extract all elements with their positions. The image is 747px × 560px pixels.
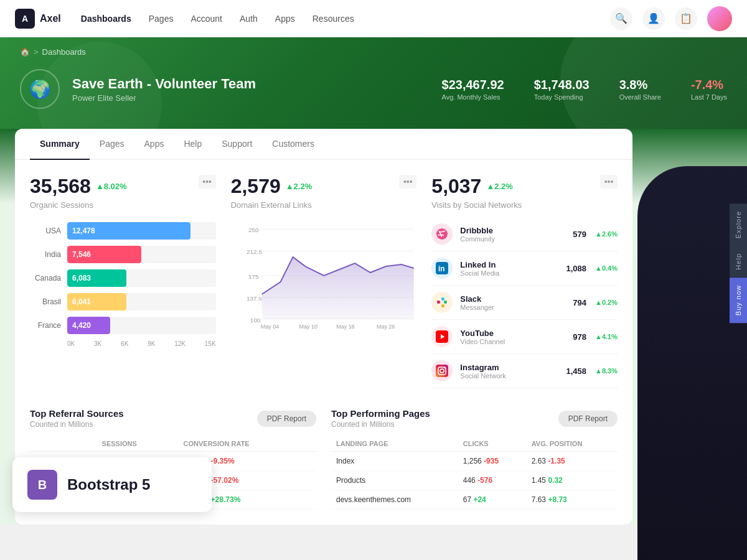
table-row: Index 1,256 -935 2.63 -1.35 [331, 452, 618, 471]
stat-monthly-sales: $23,467.92 Avg. Monthly Sales [442, 78, 504, 101]
hero-section: 🏠 > Dashboards 🌍 Save Earth - Volunteer … [0, 37, 747, 129]
svg-rect-23 [436, 365, 448, 377]
social-row-dribbble: Dribbble Community 579 ▲2.6% [431, 217, 618, 251]
hero-content: 🌍 Save Earth - Volunteer Team Power Elit… [20, 69, 727, 109]
hero-title: Save Earth - Volunteer Team [72, 76, 256, 92]
bar-row-france: France 4,420 [30, 317, 216, 334]
metric-label-1: Organic Sessions [30, 200, 216, 210]
explore-button[interactable]: Explore [730, 203, 747, 246]
stat-overall-share: 3.8% Overall Share [619, 78, 661, 101]
svg-text:May 10: May 10 [299, 324, 317, 330]
tab-customers[interactable]: Customers [262, 129, 324, 160]
pages-subtitle: Counted in Millions [331, 420, 430, 429]
svg-rect-19 [444, 301, 447, 304]
tab-pages[interactable]: Pages [90, 129, 134, 160]
nav-apps[interactable]: Apps [275, 14, 295, 24]
social-row-linkedin: in Linked In Social Media 1,088 ▲0.4% [431, 251, 618, 286]
brand-icon: A [15, 9, 35, 29]
social-list: Dribbble Community 579 ▲2.6% in [431, 217, 618, 388]
breadcrumb-page: Dashboards [42, 47, 86, 57]
nav-auth[interactable]: Auth [240, 14, 258, 24]
table-row: Products 446 -576 1.45 0.32 [331, 471, 618, 490]
line-chart: 250 212.5 175 137.5 100 [231, 220, 417, 332]
bar-chart: USA 12,478 India 7,546 Canad [30, 222, 216, 347]
breadcrumb-separator: > [34, 47, 39, 57]
svg-text:May 18: May 18 [336, 324, 354, 330]
svg-rect-20 [441, 304, 444, 307]
tab-support[interactable]: Support [212, 129, 262, 160]
nav-pages[interactable]: Pages [149, 14, 174, 24]
pages-pdf-button[interactable]: PDF Report [558, 411, 618, 427]
help-button[interactable]: Help [730, 246, 747, 278]
svg-text:in: in [438, 264, 445, 273]
pages-table: LANDING PAGE CLICKS AVG. POSITION Index … [331, 436, 618, 510]
svg-text:137.5: 137.5 [247, 295, 262, 302]
dribbble-icon [431, 223, 453, 245]
pages-section: Top Performing Pages Counted in Millions… [331, 408, 618, 510]
nav-right: 🔍 👤 📋 [610, 6, 732, 31]
metric-change-3: ▲2.2% [486, 182, 513, 191]
bar-row-usa: USA 12,478 [30, 222, 216, 240]
hero-subtitle: Power Elite Seller [72, 93, 256, 103]
instagram-icon [431, 360, 453, 381]
referral-subtitle: Counted in Millions [30, 420, 124, 429]
brand-logo[interactable]: A Axel [15, 9, 61, 29]
svg-text:May 26: May 26 [377, 324, 395, 330]
nav-resources[interactable]: Resources [312, 14, 354, 24]
slack-icon [431, 292, 453, 313]
svg-text:250: 250 [248, 226, 259, 233]
bootstrap-label: Bootstrap 5 [67, 476, 150, 493]
metric-value-1: 35,568 ▲8.02% [30, 175, 216, 198]
side-buttons: Explore Help Buy now [730, 203, 747, 323]
brand-name: Axel [40, 13, 61, 24]
settings-button[interactable]: 📋 [675, 7, 697, 30]
line-chart-svg: 250 212.5 175 137.5 100 [231, 220, 417, 332]
metric-more-2[interactable]: ••• [399, 175, 416, 189]
metric-value-2: 2,579 ▲2.2% [231, 175, 417, 198]
social-row-instagram: Instagram Social Network 1,458 ▲8.3% [431, 354, 618, 388]
user-avatar[interactable] [707, 6, 732, 31]
svg-text:212.5: 212.5 [247, 248, 262, 255]
home-icon[interactable]: 🏠 [20, 47, 30, 57]
bar-axis: 0K 3K 6K 9K 12K 15K [30, 340, 216, 347]
tab-summary[interactable]: Summary [30, 129, 90, 160]
svg-rect-18 [441, 297, 444, 301]
search-button[interactable]: 🔍 [610, 7, 632, 30]
bar-row-india: India 7,546 [30, 246, 216, 263]
social-row-youtube: YouTube Video Channel 978 ▲4.1% [431, 320, 618, 354]
metrics-row: ••• 35,568 ▲8.02% Organic Sessions USA 1… [30, 175, 618, 388]
buy-now-button[interactable]: Buy now [730, 278, 747, 323]
notifications-button[interactable]: 👤 [642, 7, 665, 30]
tab-apps[interactable]: Apps [134, 129, 174, 160]
svg-rect-17 [437, 301, 440, 304]
social-row-slack: Slack Messanger 794 ▲0.2% [431, 286, 618, 320]
metric-change-1: ▲8.02% [96, 182, 127, 191]
metric-domain-links: ••• 2,579 ▲2.2% Domain External Links 25… [231, 175, 417, 388]
hero-text: Save Earth - Volunteer Team Power Elite … [72, 76, 256, 103]
metric-more-1[interactable]: ••• [199, 175, 216, 189]
referral-pdf-button[interactable]: PDF Report [257, 411, 316, 427]
svg-point-14 [436, 228, 448, 240]
top-navigation: A Axel Dashboards Pages Account Auth App… [0, 0, 747, 37]
metric-label-2: Domain External Links [231, 200, 417, 210]
bootstrap-icon: B [27, 470, 57, 500]
tab-help[interactable]: Help [174, 129, 212, 160]
bar-row-canada: Canada 6,083 [30, 269, 216, 287]
metric-more-3[interactable]: ••• [600, 175, 618, 189]
svg-text:May 04: May 04 [260, 324, 278, 330]
hero-stats: $23,467.92 Avg. Monthly Sales $1,748.03 … [442, 78, 727, 101]
hero-logo: 🌍 [20, 69, 60, 109]
metric-social-networks: ••• 5,037 ▲2.2% Visits by Social Network… [431, 175, 618, 388]
table-row: devs.keenthemes.com 67 +24 7.63 +8.73 [331, 490, 618, 510]
nav-dashboards[interactable]: Dashboards [81, 14, 131, 24]
breadcrumb: 🏠 > Dashboards [20, 47, 727, 57]
bar-row-brasil: Brasil 6,041 [30, 293, 216, 310]
tab-bar: Summary Pages Apps Help Support Customer… [15, 129, 632, 160]
metric-label-3: Visits by Social Networks [431, 200, 618, 210]
youtube-icon [431, 326, 453, 347]
stat-today-spending: $1,748.03 Today Spending [534, 78, 590, 101]
referral-title: Top Referral Sources [30, 408, 124, 419]
nav-account[interactable]: Account [190, 14, 222, 24]
pages-title: Top Performing Pages [331, 408, 430, 419]
metric-change-2: ▲2.2% [286, 182, 312, 191]
